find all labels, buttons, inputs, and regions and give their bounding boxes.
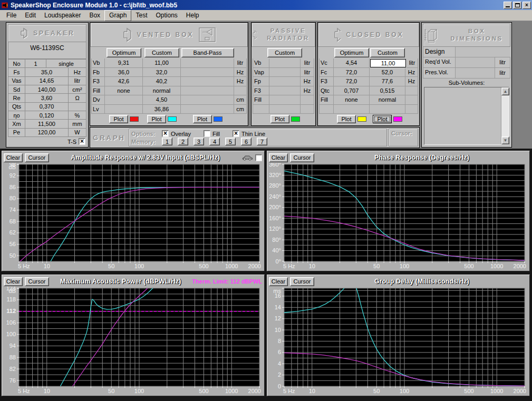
- menu-help[interactable]: Help: [182, 11, 204, 21]
- param-value[interactable]: 11,500: [25, 120, 69, 128]
- passive-custom-button[interactable]: Custom: [267, 48, 302, 57]
- param-value[interactable]: 1: [25, 60, 46, 68]
- required-volume-value[interactable]: [456, 57, 495, 68]
- custom-value[interactable]: [370, 105, 405, 114]
- close-button[interactable]: ×: [523, 2, 531, 9]
- menu-test[interactable]: Test: [131, 11, 151, 21]
- param-value[interactable]: 140,00: [25, 85, 69, 94]
- bandpass-value[interactable]: [181, 95, 234, 105]
- custom-value[interactable]: 52,0: [370, 68, 405, 77]
- optimum-value[interactable]: [105, 95, 143, 105]
- menu-edit[interactable]: Edit: [21, 11, 40, 21]
- custom-value[interactable]: [269, 105, 301, 114]
- optimum-value[interactable]: 9,31: [105, 58, 143, 68]
- vented-bandpass-plot-button[interactable]: Plot: [193, 115, 212, 123]
- sub-volumes-scrollbar[interactable]: ▲ ▼: [501, 87, 509, 144]
- custom-value[interactable]: 36,86: [143, 105, 181, 114]
- param-value[interactable]: 3,60: [25, 94, 69, 102]
- custom-value[interactable]: 77,6: [370, 77, 405, 86]
- optimum-value[interactable]: none: [105, 86, 143, 96]
- param-mode[interactable]: single: [46, 60, 86, 68]
- custom-value[interactable]: [269, 86, 301, 96]
- custom-value[interactable]: 11,00: [143, 58, 181, 68]
- vented-custom-plot-button[interactable]: Plot: [147, 115, 166, 123]
- cursor-button[interactable]: Cursor: [290, 153, 314, 162]
- custom-value[interactable]: [269, 68, 301, 77]
- param-value[interactable]: 0,370: [25, 103, 69, 111]
- custom-value[interactable]: [269, 58, 301, 68]
- design-value[interactable]: [456, 47, 510, 57]
- custom-value[interactable]: 40,2: [143, 77, 181, 86]
- fill-checkbox[interactable]: ×: [204, 130, 210, 137]
- param-value[interactable]: 120,00: [25, 129, 69, 137]
- vented-bandpass-button[interactable]: Band-Pass: [181, 48, 234, 57]
- phase-response-plot[interactable]: 0°40°80°120°160°200°240°280°320°360°5 Hz…: [268, 163, 529, 270]
- clear-button[interactable]: Clear: [4, 277, 23, 286]
- memory-button-5[interactable]: 5: [225, 138, 236, 145]
- vented-optimum-button[interactable]: Optimum: [107, 48, 141, 57]
- optimum-value[interactable]: [105, 105, 143, 114]
- custom-value[interactable]: 32,0: [143, 68, 181, 77]
- car-response-checkbox[interactable]: ×: [255, 154, 262, 161]
- minimize-button[interactable]: [504, 2, 512, 9]
- clear-button[interactable]: Clear: [4, 153, 23, 162]
- cursor-button[interactable]: Cursor: [25, 277, 49, 286]
- closed-custom-plot-button[interactable]: Plot: [373, 115, 392, 123]
- optimum-value[interactable]: [334, 105, 370, 114]
- speaker-model[interactable]: W6-1139SC: [8, 42, 86, 59]
- menu-options[interactable]: Options: [151, 11, 181, 21]
- overlay-checkbox[interactable]: ×: [162, 130, 169, 137]
- custom-value-edit-field[interactable]: 11,00: [370, 59, 406, 67]
- memory-button-1[interactable]: 1: [162, 138, 172, 145]
- group-delay-plot[interactable]: 0246810121416ms5 Hz105010050010002000: [268, 287, 529, 395]
- scroll-up-icon[interactable]: ▲: [501, 87, 509, 95]
- bandpass-value[interactable]: [181, 86, 234, 96]
- custom-value[interactable]: [269, 95, 301, 105]
- maximum-acoustic-power-plot[interactable]: 76828894100106112118124dB5 Hz10501005001…: [3, 287, 264, 395]
- custom-value[interactable]: normal: [143, 86, 181, 96]
- optimum-value[interactable]: 42,6: [105, 77, 143, 86]
- clear-button[interactable]: Clear: [269, 277, 288, 286]
- bandpass-value[interactable]: [181, 58, 234, 68]
- closed-custom-button[interactable]: Custom: [370, 48, 405, 57]
- present-volume-value[interactable]: [456, 68, 495, 79]
- optimum-value[interactable]: 72,0: [334, 77, 370, 86]
- amplitude-response-plot[interactable]: 505662687480869298dB5 Hz1050100500100020…: [3, 163, 264, 270]
- custom-value[interactable]: normal: [370, 95, 405, 105]
- optimum-value[interactable]: 72,0: [334, 68, 370, 77]
- memory-button-3[interactable]: 3: [194, 138, 204, 145]
- optimum-value[interactable]: 4,54: [334, 58, 370, 68]
- ts-checkbox[interactable]: ×: [79, 138, 85, 145]
- memory-button-4[interactable]: 4: [209, 138, 220, 145]
- menu-loudspeaker[interactable]: Loudspeaker: [40, 11, 85, 21]
- memory-button-6[interactable]: 6: [241, 138, 252, 145]
- cursor-button[interactable]: Cursor: [290, 277, 314, 286]
- param-value[interactable]: 14,65: [25, 77, 69, 85]
- param-value[interactable]: 35,0: [25, 68, 69, 76]
- closed-optimum-button[interactable]: Optimum: [334, 48, 369, 57]
- maximize-button[interactable]: [513, 2, 521, 9]
- menu-file[interactable]: File: [2, 11, 21, 21]
- vented-custom-button[interactable]: Custom: [144, 48, 179, 57]
- param-value[interactable]: 0,120: [25, 111, 69, 120]
- thin-line-checkbox[interactable]: ×: [233, 130, 239, 137]
- custom-value[interactable]: 4,50: [143, 95, 181, 105]
- optimum-value[interactable]: 0,707: [334, 86, 370, 96]
- passive-custom-plot-button[interactable]: Plot: [270, 115, 289, 123]
- optimum-value[interactable]: none: [334, 95, 370, 105]
- custom-value[interactable]: 0,515: [370, 86, 405, 96]
- memory-button-2[interactable]: 2: [178, 138, 188, 145]
- car-icon[interactable]: [241, 154, 253, 161]
- bandpass-value[interactable]: [181, 105, 234, 114]
- memory-button-7[interactable]: 7: [257, 138, 267, 145]
- bandpass-value[interactable]: [181, 68, 234, 77]
- menu-graph[interactable]: Graph: [104, 10, 131, 21]
- scroll-down-icon[interactable]: ▼: [501, 136, 509, 144]
- closed-optimum-plot-button[interactable]: Plot: [337, 115, 356, 123]
- bandpass-value[interactable]: [181, 77, 234, 86]
- menu-box[interactable]: Box: [85, 11, 104, 21]
- vented-optimum-plot-button[interactable]: Plot: [109, 115, 128, 123]
- optimum-value[interactable]: 36,0: [105, 68, 143, 77]
- custom-value[interactable]: [269, 77, 301, 86]
- sub-volumes-listbox[interactable]: ▲ ▼: [424, 87, 509, 145]
